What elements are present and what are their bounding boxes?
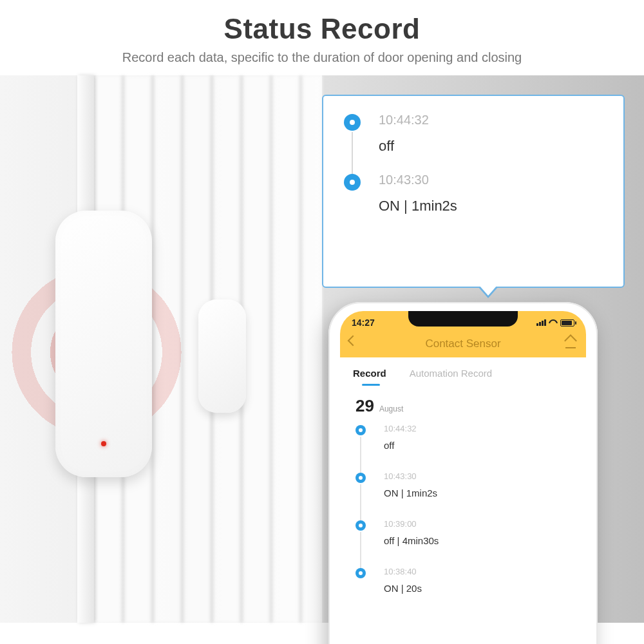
app-title: Contact Sensor	[425, 337, 500, 350]
timeline-connector	[360, 532, 361, 571]
timeline-item[interactable]: 10:39:00 off | 4min30s	[355, 519, 571, 567]
app-title-bar: Contact Sensor	[340, 330, 586, 357]
callout-status: off	[379, 138, 604, 155]
tabs: Record Automation Record	[340, 364, 586, 385]
callout-status: ON | 1min2s	[379, 198, 604, 214]
timeline-status: off	[384, 440, 571, 451]
page-header: Status Record Record each data, specific…	[0, 0, 644, 75]
tab-automation-record[interactable]: Automation Record	[410, 368, 492, 385]
callout-time: 10:43:30	[379, 173, 604, 187]
timeline-dot-icon	[344, 114, 361, 131]
callout-item: 10:44:32 off	[343, 113, 604, 155]
edit-icon[interactable]	[565, 338, 576, 348]
timeline-status: ON | 20s	[384, 583, 571, 594]
timeline-dot-icon	[355, 425, 366, 435]
timeline-dot-icon	[344, 174, 361, 191]
signal-icon	[536, 319, 546, 326]
app-content: Record Automation Record 29 August 10:44…	[340, 357, 586, 644]
wifi-icon	[549, 319, 558, 326]
door-sensor-main	[55, 211, 152, 477]
timeline-dot-icon	[355, 568, 366, 578]
callout-item: 10:43:30 ON | 1min2s	[343, 173, 604, 214]
sensor-led-icon	[101, 441, 106, 446]
timeline-connector	[360, 437, 361, 475]
timeline-time: 10:44:32	[384, 424, 571, 433]
phone-notch	[408, 311, 518, 327]
date-month: August	[379, 404, 403, 413]
product-scene: 10:44:32 off 10:43:30 ON | 1min2s 14:27	[0, 75, 644, 623]
timeline-dot-icon	[355, 473, 366, 483]
timeline: 10:44:32 off 10:43:30 ON | 1min2s 10:39:…	[340, 421, 586, 614]
back-icon[interactable]	[348, 336, 359, 346]
timeline-time: 10:39:00	[384, 519, 571, 529]
phone-screen: 14:27 Contact Sensor Record Automation R…	[340, 311, 586, 644]
tab-record[interactable]: Record	[353, 368, 386, 385]
date-header: 29 August	[340, 386, 586, 421]
date-day: 29	[355, 396, 374, 416]
status-bar-time: 14:27	[352, 317, 375, 328]
timeline-time: 10:43:30	[384, 471, 571, 481]
timeline-status: off | 4min30s	[384, 535, 571, 546]
callout-time: 10:44:32	[379, 113, 604, 128]
record-callout: 10:44:32 off 10:43:30 ON | 1min2s	[322, 95, 625, 288]
timeline-item[interactable]: 10:44:32 off	[355, 424, 571, 471]
battery-icon	[560, 319, 574, 327]
timeline-item[interactable]: 10:43:30 ON | 1min2s	[355, 471, 571, 519]
timeline-connector	[360, 484, 361, 523]
timeline-dot-icon	[355, 520, 366, 531]
timeline-time: 10:38:40	[384, 567, 571, 576]
page-subtitle: Record each data, specific to the durati…	[26, 50, 618, 65]
phone-mockup: 14:27 Contact Sensor Record Automation R…	[328, 302, 598, 644]
status-bar-icons	[536, 319, 574, 327]
page-title: Status Record	[26, 13, 618, 45]
timeline-status: ON | 1min2s	[384, 488, 571, 498]
door-sensor-magnet	[198, 299, 246, 413]
timeline-item[interactable]: 10:38:40 ON | 20s	[355, 567, 571, 614]
